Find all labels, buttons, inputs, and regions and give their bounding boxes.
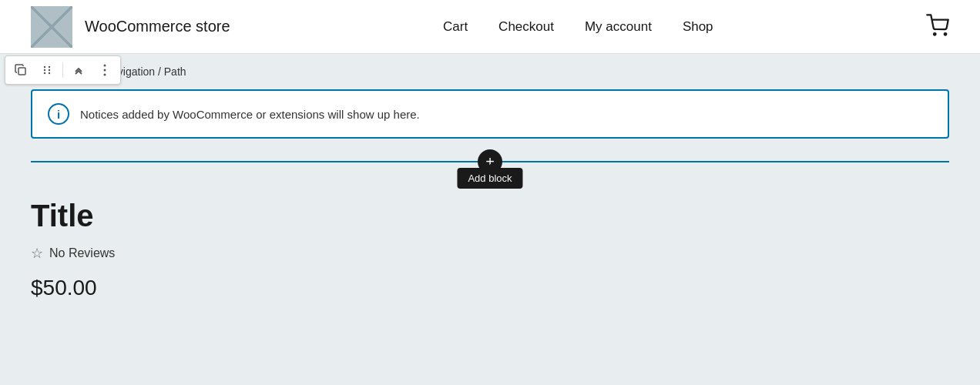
svg-point-6: [49, 69, 50, 71]
nav-checkout[interactable]: Checkout: [498, 19, 554, 35]
move-up-button[interactable]: [68, 59, 89, 81]
svg-point-0: [934, 33, 936, 35]
breadcrumb-path: Path: [164, 65, 186, 78]
info-icon: i: [48, 103, 69, 125]
cart-icon[interactable]: [926, 14, 949, 40]
svg-point-9: [104, 65, 106, 67]
options-button[interactable]: [94, 59, 116, 81]
product-title: Title: [31, 197, 949, 234]
breadcrumb-bar: Breadcrumbs / Navigation / Path: [0, 54, 980, 89]
content-area: i Notices added by WooCommerce or extens…: [0, 89, 980, 185]
toolbar-divider: [62, 62, 63, 78]
product-price: $50.00: [31, 276, 949, 300]
block-toolbar: [5, 55, 121, 85]
copy-button[interactable]: [10, 59, 32, 81]
svg-point-8: [49, 72, 50, 74]
svg-point-10: [104, 69, 106, 72]
site-logo: [31, 6, 72, 48]
star-icon: ☆: [31, 245, 43, 262]
add-block-tooltip: Add block: [457, 168, 522, 189]
header-left: WooCommerce store: [31, 6, 230, 48]
nav-cart[interactable]: Cart: [443, 19, 468, 35]
site-header: WooCommerce store Cart Checkout My accou…: [0, 0, 980, 54]
svg-rect-2: [18, 68, 25, 75]
store-name: WooCommerce store: [85, 18, 230, 35]
notice-box: i Notices added by WooCommerce or extens…: [31, 89, 949, 139]
svg-point-3: [44, 66, 45, 68]
main-nav: Cart Checkout My account Shop: [443, 19, 713, 35]
svg-point-1: [945, 33, 947, 35]
svg-point-7: [44, 72, 45, 74]
product-section: Title ☆ No Reviews $50.00: [0, 185, 980, 300]
svg-point-5: [44, 69, 45, 71]
reviews-row: ☆ No Reviews: [31, 245, 949, 262]
no-reviews-label: No Reviews: [49, 246, 115, 260]
nav-my-account[interactable]: My account: [585, 19, 652, 35]
notice-text: Notices added by WooCommerce or extensio…: [80, 108, 420, 121]
add-block-area: + Add block: [31, 139, 949, 185]
drag-button[interactable]: [36, 59, 58, 81]
svg-point-4: [49, 66, 50, 68]
nav-shop[interactable]: Shop: [683, 19, 713, 35]
svg-point-11: [104, 74, 106, 76]
